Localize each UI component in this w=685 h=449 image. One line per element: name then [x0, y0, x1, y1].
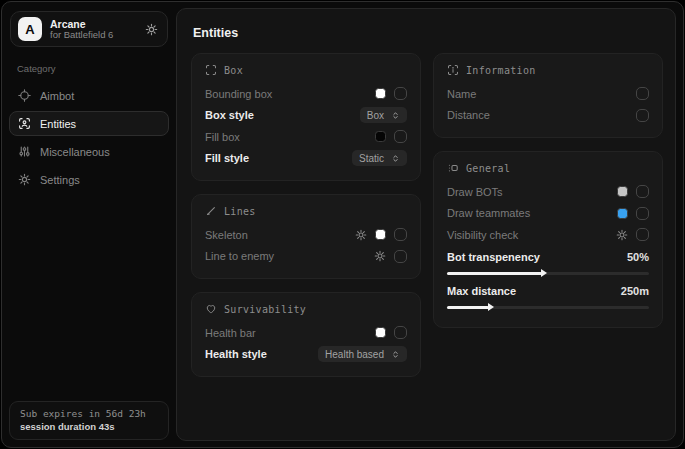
sidebar-item-aimbot[interactable]: Aimbot: [9, 83, 169, 108]
row-health-style: Health style Health based: [205, 344, 407, 366]
card-box: Box Bounding box Box style Box: [191, 53, 421, 181]
page-title: Entities: [193, 26, 663, 40]
app-subtitle: for Battlefield 6: [50, 30, 137, 41]
brand-card: A Arcane for Battlefield 6: [10, 11, 168, 47]
checkbox[interactable]: [636, 87, 649, 100]
sidebar-item-label: Entities: [40, 118, 76, 130]
gear-icon[interactable]: [355, 229, 367, 241]
heart-icon: [205, 303, 217, 315]
logo-letter: A: [25, 22, 34, 37]
health-style-dropdown[interactable]: Health based: [318, 346, 407, 362]
gear-icon: [18, 173, 31, 186]
checkbox[interactable]: [636, 207, 649, 220]
sidebar-item-entities[interactable]: Entities: [9, 111, 169, 136]
box-style-dropdown[interactable]: Box: [360, 107, 407, 123]
sidebar-item-label: Aimbot: [40, 90, 74, 102]
crosshair-icon: [18, 89, 31, 102]
row-draw-teammates: Draw teammates: [447, 203, 649, 225]
color-swatch[interactable]: [617, 186, 628, 197]
entity-scan-icon: [18, 117, 31, 130]
sidebar-item-settings[interactable]: Settings: [9, 167, 169, 192]
color-swatch[interactable]: [375, 327, 386, 338]
info-scan-icon: [447, 64, 459, 76]
max-distance-slider[interactable]: [447, 306, 649, 309]
card-title: Box: [224, 65, 243, 76]
card-title: General: [466, 163, 510, 174]
card-title: Information: [466, 65, 536, 76]
card-survivability: Survivability Health bar Health style He…: [191, 292, 421, 377]
row-box-style: Box style Box: [205, 105, 407, 127]
color-swatch[interactable]: [375, 229, 386, 240]
app-window: A Arcane for Battlefield 6 Category Aimb…: [1, 1, 684, 448]
row-bounding-box: Bounding box: [205, 83, 407, 105]
gear-icon[interactable]: [374, 250, 386, 262]
slider-fill: [447, 306, 489, 309]
bot-transparency-group: Bot transpenency 50%: [447, 248, 649, 275]
sub-expiry-text: Sub expires in 56d 23h: [20, 408, 158, 419]
color-swatch[interactable]: [375, 131, 386, 142]
slider-fill: [447, 272, 542, 275]
checkbox[interactable]: [394, 130, 407, 143]
row-fill-box: Fill box: [205, 126, 407, 148]
row-health-bar: Health bar: [205, 322, 407, 344]
sidebar-item-label: Settings: [40, 174, 80, 186]
card-title: Lines: [224, 206, 256, 217]
row-visibility-check: Visibility check: [447, 224, 649, 246]
row-name: Name: [447, 83, 649, 105]
row-distance: Distance: [447, 105, 649, 127]
card-general: General Draw BOTs Draw teammates: [433, 151, 663, 328]
checkbox[interactable]: [394, 250, 407, 263]
bot-transparency-slider[interactable]: [447, 272, 649, 275]
app-logo: A: [18, 17, 42, 41]
sidebar-item-miscellaneous[interactable]: Miscellaneous: [9, 139, 169, 164]
chevrons-up-down-icon: [391, 154, 400, 163]
color-swatch[interactable]: [617, 208, 628, 219]
checkbox[interactable]: [394, 326, 407, 339]
chevrons-up-down-icon: [391, 350, 400, 359]
fill-style-dropdown[interactable]: Static: [352, 150, 407, 166]
chevrons-up-down-icon: [391, 111, 400, 120]
subscription-status: Sub expires in 56d 23h session duration …: [9, 401, 169, 440]
sidebar-nav: Aimbot Entities Miscellaneous Settings: [2, 83, 176, 192]
gear-icon[interactable]: [616, 229, 628, 241]
checkbox[interactable]: [636, 185, 649, 198]
sidebar: A Arcane for Battlefield 6 Category Aimb…: [2, 2, 176, 447]
row-skeleton: Skeleton: [205, 224, 407, 246]
row-draw-bots: Draw BOTs: [447, 181, 649, 203]
grid-icon: [447, 162, 459, 174]
checkbox[interactable]: [636, 109, 649, 122]
app-title: Arcane: [50, 18, 137, 30]
sliders-icon: [18, 145, 31, 158]
checkbox[interactable]: [394, 228, 407, 241]
color-swatch[interactable]: [375, 88, 386, 99]
slider-value: 50%: [627, 251, 649, 263]
card-title: Survivability: [224, 304, 306, 315]
slider-value: 250m: [621, 285, 649, 297]
session-duration-text: session duration 43s: [20, 421, 158, 432]
category-label: Category: [17, 63, 176, 74]
gear-icon[interactable]: [145, 23, 158, 36]
checkbox[interactable]: [636, 228, 649, 241]
box-brackets-icon: [205, 64, 217, 76]
max-distance-group: Max distance 250m: [447, 282, 649, 309]
main-panel: Entities Box Bounding box: [176, 8, 676, 441]
checkbox[interactable]: [394, 87, 407, 100]
line-icon: [205, 205, 217, 217]
card-information: Information Name Distance: [433, 53, 663, 138]
sidebar-item-label: Miscellaneous: [40, 146, 110, 158]
card-lines: Lines Skeleton Line to enemy: [191, 194, 421, 279]
row-line-to-enemy: Line to enemy: [205, 246, 407, 268]
row-fill-style: Fill style Static: [205, 148, 407, 170]
